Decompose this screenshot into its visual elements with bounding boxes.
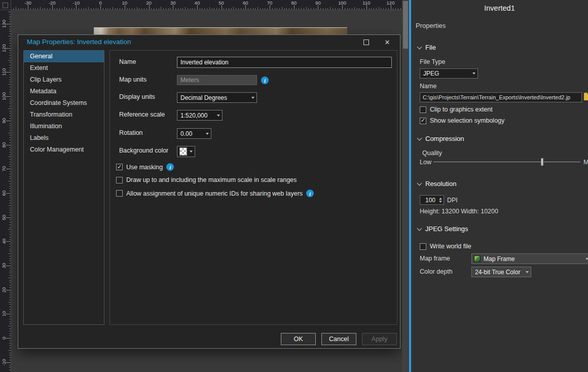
- ruler-vertical[interactable]: 1301201101009080706050403020100-10: [0, 10, 11, 372]
- map-frame-dropdown[interactable]: Map Frame: [471, 253, 588, 264]
- spinner-arrows-icon[interactable]: [437, 198, 444, 203]
- sidebar-item-labels[interactable]: Labels: [24, 132, 104, 144]
- use-masking-info-icon[interactable]: [166, 163, 174, 171]
- draw-max-scale-row: Draw up to and including the maximum sca…: [116, 176, 297, 183]
- map-properties-dialog: Map Properties: Inverted elevation Gener…: [18, 34, 400, 349]
- map-units-label: Map units: [119, 76, 146, 83]
- section-resolution[interactable]: Resolution: [418, 180, 456, 188]
- file-type-dropdown[interactable]: JPEG: [420, 68, 478, 79]
- chevron-down-icon: [214, 110, 222, 120]
- sidebar-item-transformation[interactable]: Transformation: [24, 109, 104, 121]
- browse-folder-icon[interactable]: [584, 94, 588, 100]
- file-name-label: Name: [420, 83, 436, 90]
- dpi-label: DPI: [447, 197, 458, 204]
- use-masking-row: Use masking: [116, 163, 174, 171]
- draw-max-scale-checkbox[interactable]: [116, 177, 123, 183]
- clip-extent-row: Clip to graphics extent: [420, 106, 493, 113]
- maximize-icon: [363, 40, 369, 45]
- chevron-down-icon: [187, 146, 195, 157]
- ruler-corner: [0, 0, 11, 10]
- close-button[interactable]: [379, 35, 396, 49]
- dimensions-text: Height: 13200 Width: 10200: [420, 208, 498, 215]
- dialog-sidebar: GeneralExtentClip LayersMetadataCoordina…: [23, 50, 104, 325]
- quality-slider[interactable]: [433, 158, 580, 166]
- vertical-scrollbar[interactable]: [402, 0, 409, 372]
- chevron-down-icon: [523, 267, 531, 277]
- close-icon: [385, 38, 390, 47]
- sidebar-item-extent[interactable]: Extent: [24, 62, 104, 74]
- section-jpeg-settings-title: JPEG Settings: [425, 225, 468, 233]
- chevron-down-icon: [417, 44, 422, 49]
- chevron-down-icon: [470, 69, 477, 78]
- unique-ids-row: Allow assignment of unique numeric IDs f…: [116, 190, 314, 197]
- chevron-down-icon: [249, 93, 256, 102]
- chevron-down-icon: [417, 226, 422, 231]
- display-units-label: Display units: [119, 93, 155, 100]
- selection-symbology-checkbox[interactable]: [420, 118, 426, 124]
- clip-extent-checkbox[interactable]: [420, 106, 426, 113]
- display-units-dropdown[interactable]: Decimal Degrees: [177, 92, 257, 103]
- selection-symbology-row: Show selection symbology: [420, 117, 504, 124]
- world-file-row: Write world file: [420, 243, 471, 250]
- background-color-dropdown[interactable]: [177, 146, 195, 157]
- color-depth-label: Color depth: [420, 268, 453, 275]
- section-jpeg-settings[interactable]: JPEG Settings: [418, 225, 468, 233]
- section-compression-title: Compression: [425, 135, 464, 142]
- quality-max-label: M: [583, 159, 588, 166]
- name-input[interactable]: [177, 57, 392, 68]
- map-units-info-icon[interactable]: [261, 77, 269, 84]
- chevron-down-icon: [583, 254, 588, 264]
- unique-ids-checkbox[interactable]: [116, 190, 123, 197]
- reference-scale-label: Reference scale: [119, 111, 165, 118]
- slider-track: [433, 162, 580, 162]
- file-path-input[interactable]: [420, 92, 582, 102]
- export-pane-title: Inverted1: [411, 4, 588, 12]
- sidebar-item-coordinate-systems[interactable]: Coordinate Systems: [24, 97, 104, 109]
- section-file-title: File: [425, 44, 436, 51]
- chevron-down-icon: [417, 135, 422, 140]
- quality-slider-thumb[interactable]: [541, 158, 543, 166]
- map-units-input: [177, 75, 257, 85]
- sidebar-item-metadata[interactable]: Metadata: [24, 86, 104, 97]
- world-file-checkbox[interactable]: [420, 243, 426, 250]
- apply-button[interactable]: Apply: [362, 333, 397, 345]
- section-resolution-title: Resolution: [425, 180, 456, 188]
- dpi-spinner[interactable]: 100: [420, 195, 444, 205]
- dialog-title: Map Properties: Inverted elevation: [27, 38, 131, 46]
- section-file[interactable]: File: [418, 44, 436, 51]
- dialog-titlebar[interactable]: Map Properties: Inverted elevation: [18, 35, 400, 49]
- ok-button[interactable]: OK: [281, 333, 316, 345]
- background-color-label: Background color: [119, 147, 168, 154]
- map-frame-label: Map frame: [420, 255, 450, 262]
- sidebar-item-general[interactable]: General: [24, 51, 104, 62]
- chevron-down-icon: [203, 129, 211, 138]
- quality-label: Quality: [422, 150, 442, 157]
- unique-ids-info-icon[interactable]: [306, 190, 314, 197]
- ruler-horizontal[interactable]: -30-20-100102030405060708090100110120: [11, 0, 402, 10]
- sidebar-item-clip-layers[interactable]: Clip Layers: [24, 74, 104, 86]
- rotation-label: Rotation: [119, 129, 143, 136]
- scrollbar-thumb[interactable]: [403, 1, 408, 49]
- cancel-button[interactable]: Cancel: [321, 333, 356, 345]
- color-swatch: [179, 147, 187, 156]
- name-label: Name: [119, 58, 136, 65]
- properties-header: Properties: [416, 22, 446, 29]
- application-window: -30-20-100102030405060708090100110120 13…: [0, 0, 588, 372]
- sidebar-item-illumination[interactable]: Illumination: [24, 121, 104, 132]
- file-type-label: File Type: [420, 58, 446, 65]
- rotation-dropdown[interactable]: 0.00: [177, 128, 211, 139]
- section-compression[interactable]: Compression: [418, 135, 464, 142]
- map-frame-icon: [474, 255, 481, 262]
- sidebar-item-color-management[interactable]: Color Management: [24, 144, 104, 156]
- ruler-corner-icon: [3, 3, 8, 8]
- use-masking-checkbox[interactable]: [116, 164, 123, 170]
- reference-scale-dropdown[interactable]: 1:520,000: [177, 110, 223, 121]
- maximize-button[interactable]: [357, 35, 375, 49]
- dialog-content: Name Map units Display units Decimal Deg…: [109, 50, 397, 325]
- export-pane: Inverted1 Properties File File Type JPEG…: [411, 0, 588, 372]
- color-depth-dropdown[interactable]: 24-bit True Color: [471, 267, 531, 277]
- chevron-down-icon: [417, 180, 422, 185]
- quality-min-label: Low: [420, 159, 431, 166]
